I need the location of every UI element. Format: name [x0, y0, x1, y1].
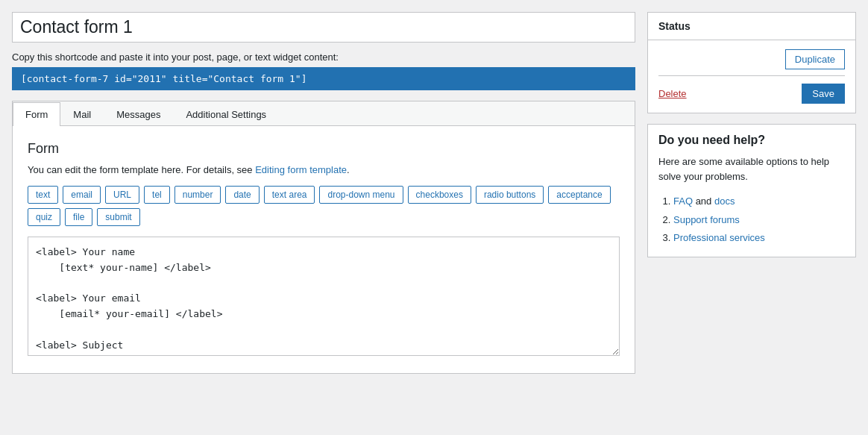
tag-btn-dropdown[interactable]: drop-down menu [319, 186, 403, 204]
tag-btn-file[interactable]: file [65, 208, 92, 226]
help-list: FAQ and docs Support forums Professional… [658, 193, 845, 248]
help-and-text: and [696, 195, 714, 207]
help-list-item-1: FAQ and docs [673, 193, 845, 211]
tag-btn-url[interactable]: URL [105, 186, 139, 204]
tag-btn-checkboxes[interactable]: checkboxes [408, 186, 471, 204]
help-box-description: Here are some available options to help … [658, 154, 845, 184]
professional-services-link[interactable]: Professional services [673, 232, 765, 243]
status-actions-bottom: Delete Save [658, 75, 845, 104]
save-button[interactable]: Save [802, 84, 845, 104]
tab-mail[interactable]: Mail [60, 102, 104, 126]
status-actions-top: Duplicate [658, 49, 845, 69]
tag-btn-date[interactable]: date [225, 186, 259, 204]
editing-form-template-link[interactable]: Editing form template [255, 164, 347, 175]
tag-btn-tel[interactable]: tel [144, 186, 170, 204]
tab-messages[interactable]: Messages [104, 102, 173, 126]
help-list-item-3: Professional services [673, 229, 845, 248]
status-box-header: Status [648, 13, 855, 40]
tabs-header: Form Mail Messages Additional Settings [13, 101, 635, 126]
form-section-title: Form [28, 141, 620, 157]
shortcode-label: Copy this shortcode and paste it into yo… [12, 51, 635, 63]
status-box-body: Duplicate Delete Save [648, 40, 855, 113]
tag-btn-number[interactable]: number [174, 186, 221, 204]
main-content: Copy this shortcode and paste it into yo… [12, 12, 635, 374]
support-forums-link[interactable]: Support forums [673, 214, 740, 225]
shortcode-box[interactable]: [contact-form-7 id="2011" title="Contact… [12, 67, 635, 90]
form-title-input[interactable] [12, 12, 635, 43]
faq-link[interactable]: FAQ [673, 195, 693, 207]
tag-btn-radio[interactable]: radio buttons [476, 186, 544, 204]
tab-additional-settings[interactable]: Additional Settings [173, 102, 279, 126]
tag-btn-textarea[interactable]: text area [264, 186, 315, 204]
tag-btn-acceptance[interactable]: acceptance [548, 186, 610, 204]
delete-button[interactable]: Delete [658, 88, 687, 99]
status-box: Status Duplicate Delete Save [647, 12, 856, 113]
tag-btn-text[interactable]: text [28, 186, 58, 204]
tag-btn-email[interactable]: email [63, 186, 101, 204]
help-box-title: Do you need help? [658, 134, 845, 147]
form-tab-content: Form You can edit the form template here… [13, 126, 635, 373]
form-description-before: You can edit the form template here. For… [28, 164, 255, 175]
sidebar: Status Duplicate Delete Save Do you need… [647, 12, 856, 374]
tabs-container: Form Mail Messages Additional Settings F… [12, 101, 635, 374]
form-description-after: . [347, 164, 350, 175]
tag-btn-submit[interactable]: submit [97, 208, 139, 226]
duplicate-button[interactable]: Duplicate [785, 49, 845, 69]
tag-btn-quiz[interactable]: quiz [28, 208, 60, 226]
form-description: You can edit the form template here. For… [28, 164, 620, 175]
help-list-item-2: Support forums [673, 211, 845, 230]
help-box: Do you need help? Here are some availabl… [647, 124, 856, 257]
help-box-body: Do you need help? Here are some availabl… [648, 125, 855, 257]
form-editor[interactable] [28, 237, 620, 356]
tab-form[interactable]: Form [13, 102, 60, 126]
tag-buttons-container: text email URL tel number date text area… [28, 186, 620, 226]
docs-link[interactable]: docs [714, 195, 735, 207]
